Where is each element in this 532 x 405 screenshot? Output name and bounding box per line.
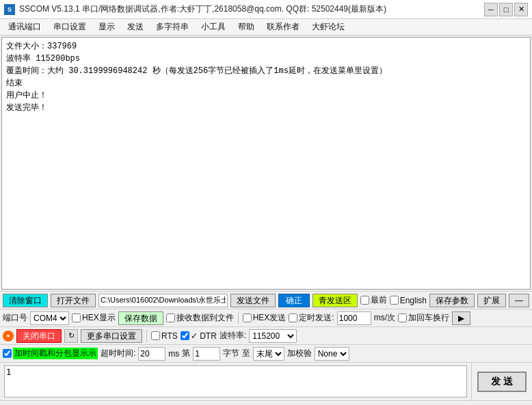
latest-checkbox[interactable] <box>360 296 369 305</box>
end-select[interactable]: 末尾 <box>253 347 284 361</box>
menu-send[interactable]: 发送 <box>122 20 149 34</box>
open-file-button[interactable]: 打开文件 <box>51 294 96 307</box>
add-crlf-checkbox[interactable] <box>398 313 407 322</box>
menu-contact[interactable]: 联系作者 <box>261 20 305 34</box>
timestamp-checkbox-label[interactable]: 加时间戳和分包显示示 <box>3 348 98 359</box>
checksum-label: 加校验 <box>287 348 312 359</box>
toolbar-file-row: 清除窗口 打开文件 发送文件 确正 青发送区 最前 English 保存参数 扩… <box>0 291 532 309</box>
timed-send-checkbox[interactable] <box>289 313 297 322</box>
recv-to-file-checkbox[interactable] <box>166 313 175 322</box>
timestamp-checkbox[interactable] <box>3 349 12 358</box>
separator <box>238 312 239 324</box>
english-checkbox[interactable] <box>390 296 399 305</box>
port-label: 端口号 <box>3 312 27 324</box>
log-area: 文件大小：337969 波特率 115200bps 覆盖时间：大约 30.319… <box>1 37 531 290</box>
dtr-checkbox-label[interactable]: ✓ DTR <box>181 331 217 341</box>
dtr-checkbox[interactable] <box>181 331 189 340</box>
expand-button[interactable]: 扩展 <box>477 294 506 307</box>
toolbar-control-row: ● 关闭串口 ↻ 更多串口设置 RTS ✓ DTR 波特率: 115200 <box>0 326 532 344</box>
close-button[interactable]: ✕ <box>514 3 528 16</box>
page-input[interactable] <box>193 347 220 361</box>
page-label: 第 <box>182 348 190 359</box>
port-select[interactable]: COM4 <box>30 311 69 325</box>
add-crlf-label[interactable]: 加回车换行 <box>398 312 449 324</box>
timeout-unit: ms <box>168 349 179 359</box>
clear-window-button[interactable]: 清除窗口 <box>3 294 48 307</box>
menu-bar: 通讯端口 串口设置 显示 发送 多字符串 小工具 帮助 联系作者 大虾论坛 <box>0 19 532 36</box>
window-controls: ─ □ ✕ <box>484 3 528 16</box>
title-bar: S SSCOM V5.13.1 串口/网络数据调试器,作者:大虾丁丁,26180… <box>0 0 532 19</box>
save-data-button[interactable]: 保存数据 <box>118 311 163 325</box>
rts-checkbox-label[interactable]: RTS <box>151 331 178 341</box>
send-area-button[interactable]: 青发送区 <box>312 294 358 307</box>
menu-display[interactable]: 显示 <box>93 20 120 34</box>
traffic-icon: ● <box>3 331 14 341</box>
menu-forum[interactable]: 大虾论坛 <box>306 20 350 34</box>
hex-send-label[interactable]: HEX发送 <box>243 312 287 324</box>
hex-display-label[interactable]: HEX显示 <box>72 312 116 324</box>
baud-label: 波特率: <box>220 330 246 341</box>
more-ports-button[interactable]: 更多串口设置 <box>81 329 142 343</box>
menu-multistring[interactable]: 多字符串 <box>150 20 194 34</box>
baud-select[interactable]: 115200 <box>249 329 297 343</box>
checksum-select[interactable]: None <box>315 347 349 361</box>
menu-serial-settings[interactable]: 串口设置 <box>48 20 92 34</box>
minimize-button[interactable]: ─ <box>484 3 498 16</box>
minimize-toolbar-button[interactable]: — <box>509 294 529 307</box>
interval-unit: ms/次 <box>374 312 395 324</box>
save-params-button[interactable]: 保存参数 <box>429 294 475 307</box>
menu-help[interactable]: 帮助 <box>232 20 260 34</box>
recv-to-file-label[interactable]: 接收数据到文件 <box>166 312 234 324</box>
interval-input[interactable] <box>337 311 371 325</box>
menu-comport[interactable]: 通讯端口 <box>3 20 46 34</box>
timeout-label: 超时时间: <box>101 348 135 359</box>
log-content: 文件大小：337969 波特率 115200bps 覆盖时间：大约 30.319… <box>6 40 526 114</box>
byte-label: 字节 至 <box>223 348 250 359</box>
send-area: 发 送 <box>0 362 532 400</box>
hex-send-checkbox[interactable] <box>243 313 252 322</box>
timeout-input[interactable] <box>138 347 165 361</box>
send-button[interactable]: 发 送 <box>477 372 527 392</box>
app-title: SSCOM V5.13.1 串口/网络数据调试器,作者:大虾丁丁,2618058… <box>19 3 386 15</box>
toolbar-port-row: 端口号 COM4 HEX显示 保存数据 接收数据到文件 HEX发送 定时发送: … <box>0 309 532 326</box>
refresh-button[interactable]: ↻ <box>64 329 78 343</box>
english-checkbox-label[interactable]: English <box>390 296 427 305</box>
timestamp-label: 加时间戳和分包显示示 <box>13 348 98 359</box>
menu-tools[interactable]: 小工具 <box>196 20 231 34</box>
execute-button[interactable]: ▶ <box>452 311 470 325</box>
close-port-button[interactable]: 关闭串口 <box>16 329 62 343</box>
send-file-button[interactable]: 发送文件 <box>230 294 276 307</box>
promo-bar: ▲★合宙高性价比4G模块值得一试 ★RT-Thread中国人的开源免费操作系统 … <box>0 400 532 405</box>
hex-display-checkbox[interactable] <box>72 313 81 322</box>
send-right-panel: 发 送 <box>471 363 532 400</box>
send-left-panel <box>0 363 471 400</box>
send-textarea[interactable] <box>4 365 467 397</box>
maximize-button[interactable]: □ <box>499 3 513 16</box>
latest-checkbox-label[interactable]: 最前 <box>360 294 387 306</box>
title-bar-left: S SSCOM V5.13.1 串口/网络数据调试器,作者:大虾丁丁,26180… <box>4 3 386 15</box>
app-icon: S <box>4 4 15 15</box>
rts-checkbox[interactable] <box>151 331 160 340</box>
toolbar-timestamp-row: 加时间戳和分包显示示 超时时间: ms 第 字节 至 末尾 加校验 None <box>0 344 532 362</box>
confirm-button[interactable]: 确正 <box>278 294 310 307</box>
filepath-input[interactable] <box>98 294 228 307</box>
separator2 <box>146 330 147 342</box>
timed-send-label[interactable]: 定时发送: <box>289 312 334 324</box>
